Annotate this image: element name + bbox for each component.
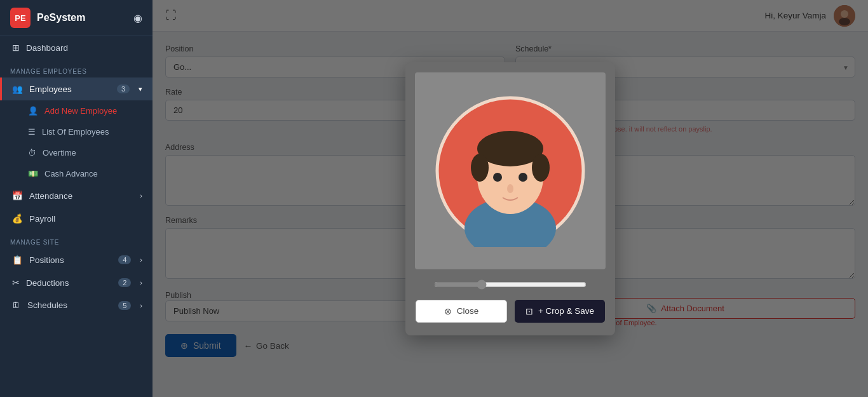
main-content: ⛶ Hi, Keyur Vamja Position Go... — [153, 0, 868, 397]
overtime-icon: ⏱ — [28, 148, 36, 158]
svg-point-9 — [471, 154, 489, 182]
sidebar-sub-item-list-of-employees[interactable]: ☰ List Of Employees — [0, 121, 153, 142]
cash-advance-icon: 💵 — [28, 169, 38, 178]
svg-point-13 — [507, 184, 513, 193]
sidebar-sub-item-cash-advance[interactable]: 💵 Cash Advance — [0, 163, 153, 184]
positions-icon: 📋 — [12, 255, 23, 265]
svg-point-10 — [532, 154, 550, 182]
sidebar-label-positions: Positions — [29, 255, 64, 265]
sidebar-sub-label-overtime: Overtime — [43, 148, 76, 158]
sidebar-item-payroll[interactable]: 💰 Payroll — [0, 207, 153, 230]
crop-icon: ⊡ — [526, 306, 533, 316]
sidebar-item-schedules[interactable]: 🗓 Schedules 5 › — [0, 294, 153, 316]
sidebar-item-attendance[interactable]: 📅 Attendance › — [0, 184, 153, 207]
sidebar-toggle[interactable]: ◉ — [133, 12, 142, 24]
modal-buttons: ⊗ Close ⊡ + Crop & Save — [416, 300, 605, 323]
sidebar-sub-label-list: List Of Employees — [42, 127, 109, 137]
app-name: PeSystem — [37, 12, 86, 24]
modal-image-area — [415, 72, 606, 269]
logo-icon: PE — [10, 8, 31, 28]
attendance-icon: 📅 — [12, 191, 23, 201]
section-label-manage-employees: Manage Employees — [0, 59, 153, 77]
sidebar-item-positions[interactable]: 📋 Positions 4 › — [0, 248, 153, 271]
sidebar-label-dashboard: Dashboard — [26, 43, 68, 53]
sidebar-label-attendance: Attendance — [29, 191, 72, 201]
payroll-icon: 💰 — [12, 213, 23, 224]
deductions-badge: 2 — [118, 278, 131, 287]
deductions-icon: ✂ — [12, 278, 20, 288]
modal-overlay: ⊗ Close ⊡ + Crop & Save — [153, 0, 868, 397]
avatar-svg — [434, 95, 587, 247]
modal-box: ⊗ Close ⊡ + Crop & Save — [405, 62, 615, 335]
add-employee-icon: 👤 — [28, 106, 38, 116]
sidebar-sub-label-cash: Cash Advance — [44, 169, 98, 178]
employees-badge: 3 — [117, 84, 130, 93]
sidebar-label-employees: Employees — [29, 84, 72, 94]
crop-save-button[interactable]: ⊡ + Crop & Save — [515, 300, 605, 323]
sidebar-item-dashboard[interactable]: ⊞ Dashboard — [0, 36, 153, 59]
list-icon: ☰ — [28, 127, 36, 137]
employees-chevron: ▾ — [139, 85, 142, 93]
svg-point-11 — [493, 173, 502, 182]
positions-chevron: › — [140, 256, 142, 264]
close-label: Close — [457, 306, 479, 316]
sidebar-item-deductions[interactable]: ✂ Deductions 2 › — [0, 271, 153, 294]
sidebar-label-deductions: Deductions — [26, 278, 69, 288]
schedules-icon: 🗓 — [12, 300, 21, 310]
crop-save-label: + Crop & Save — [538, 306, 594, 316]
positions-badge: 4 — [118, 255, 131, 264]
attendance-chevron: › — [140, 192, 142, 199]
sidebar-logo: PE PeSystem ◉ — [0, 0, 153, 36]
slider-container — [434, 279, 587, 290]
sidebar-label-schedules: Schedules — [27, 300, 67, 310]
sidebar-sub-item-add-new-employee[interactable]: 👤 Add New Employee — [0, 100, 153, 121]
section-label-manage-site: Manage Site — [0, 230, 153, 248]
svg-point-12 — [519, 173, 527, 182]
sidebar-sub-item-overtime[interactable]: ⏱ Overtime — [0, 142, 153, 163]
close-button[interactable]: ⊗ Close — [416, 300, 507, 323]
deductions-chevron: › — [140, 279, 142, 286]
sidebar-item-employees[interactable]: 👥 Employees 3 ▾ — [0, 77, 153, 100]
sidebar-sub-label-add: Add New Employee — [44, 106, 117, 116]
sidebar-label-payroll: Payroll — [29, 214, 55, 224]
crop-slider[interactable] — [434, 279, 587, 290]
dashboard-icon: ⊞ — [12, 43, 20, 53]
close-circle-icon: ⊗ — [444, 306, 452, 316]
sidebar: PE PeSystem ◉ ⊞ Dashboard Manage Employe… — [0, 0, 153, 397]
schedules-chevron: › — [140, 302, 142, 309]
schedules-badge: 5 — [118, 301, 131, 310]
employees-icon: 👥 — [12, 84, 23, 94]
